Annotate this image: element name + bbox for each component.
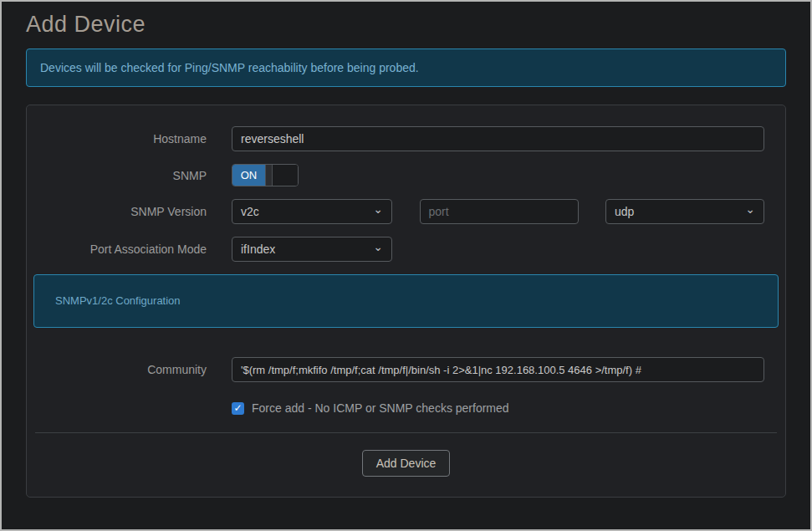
form-divider bbox=[35, 432, 777, 433]
port-association-selected-value: ifIndex bbox=[241, 243, 373, 256]
snmp-toggle[interactable]: ON bbox=[232, 164, 299, 186]
reachability-alert: Devices will be checked for Ping/SNMP re… bbox=[26, 49, 786, 87]
force-add-label[interactable]: Force add - No ICMP or SNMP checks perfo… bbox=[252, 401, 509, 415]
community-input[interactable] bbox=[232, 357, 764, 382]
snmp-row: SNMP ON bbox=[43, 164, 769, 186]
snmp-config-alert-text: SNMPv1/2c Configuration bbox=[55, 294, 181, 307]
port-association-select[interactable]: ifIndex ⌄ bbox=[232, 237, 392, 262]
snmp-version-select[interactable]: v2c ⌄ bbox=[232, 199, 392, 224]
hostname-input[interactable] bbox=[232, 126, 764, 151]
port-input[interactable] bbox=[420, 199, 579, 224]
add-device-form-panel: Hostname SNMP ON SNMP Version v2c ⌄ bbox=[26, 105, 786, 498]
hostname-label: Hostname bbox=[43, 132, 207, 146]
chevron-down-icon: ⌄ bbox=[745, 205, 755, 213]
transport-selected-value: udp bbox=[615, 205, 745, 218]
add-device-button[interactable]: Add Device bbox=[362, 450, 451, 477]
page-title: Add Device bbox=[26, 12, 786, 38]
transport-select[interactable]: udp ⌄ bbox=[605, 199, 764, 224]
reachability-alert-text: Devices will be checked for Ping/SNMP re… bbox=[40, 61, 419, 74]
port-association-row: Port Association Mode ifIndex ⌄ bbox=[43, 237, 769, 262]
snmp-version-label: SNMP Version bbox=[43, 205, 207, 218]
community-row: Community bbox=[43, 357, 769, 382]
community-label: Community bbox=[43, 363, 207, 376]
snmp-version-row: SNMP Version v2c ⌄ udp ⌄ bbox=[43, 199, 769, 224]
chevron-down-icon: ⌄ bbox=[373, 205, 383, 213]
force-add-checkbox[interactable]: ✓ bbox=[232, 402, 244, 415]
snmp-toggle-on-label: ON bbox=[232, 165, 265, 186]
hostname-row: Hostname bbox=[43, 126, 769, 151]
force-add-row: ✓ Force add - No ICMP or SNMP checks per… bbox=[232, 401, 769, 415]
add-device-page: Add Device Devices will be checked for P… bbox=[0, 0, 812, 531]
snmp-toggle-track bbox=[273, 165, 298, 186]
snmp-version-selected-value: v2c bbox=[241, 205, 373, 218]
port-association-label: Port Association Mode bbox=[43, 243, 207, 256]
snmp-toggle-handle[interactable] bbox=[265, 165, 273, 186]
check-icon: ✓ bbox=[233, 402, 242, 414]
snmp-label: SNMP bbox=[43, 169, 207, 182]
chevron-down-icon: ⌄ bbox=[373, 243, 383, 251]
snmp-config-alert: SNMPv1/2c Configuration bbox=[33, 274, 779, 328]
submit-row: Add Device bbox=[43, 450, 769, 477]
